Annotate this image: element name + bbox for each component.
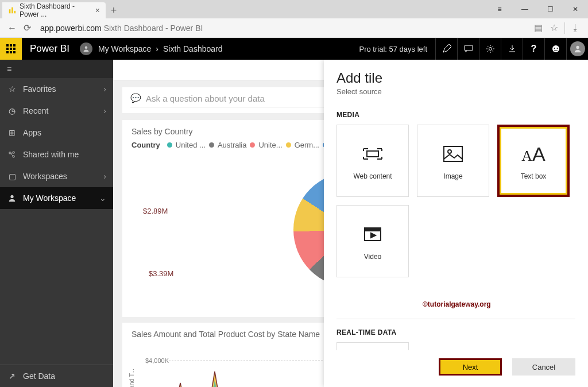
edit-icon[interactable] [435, 38, 457, 60]
browser-tab[interactable]: Sixth Dashboard - Power ... × [2, 2, 106, 18]
feedback-icon[interactable] [544, 38, 566, 60]
chevron-right-icon: › [103, 106, 106, 115]
sidebar-item-recent[interactable]: ◷ Recent › [0, 100, 113, 122]
sidebar-item-label: Shared with me [23, 150, 79, 159]
sidebar-item-label: Workspaces [23, 172, 67, 181]
sidebar: ≡ ☆ Favorites › ◷ Recent › ⊞ Apps Shared… [0, 60, 113, 387]
back-button[interactable]: ← [5, 21, 20, 36]
svg-rect-14 [367, 151, 378, 157]
address-bar: ← ⟳ app.powerbi.com Sixth Dashboard - Po… [0, 18, 588, 38]
url-path: Sixth Dashboard - Power BI [104, 24, 203, 33]
browser-tab-strip: Sixth Dashboard - Power ... × + ≡ — ☐ ✕ [0, 0, 588, 18]
app-topbar: Power BI My Workspace › Sixth Dashboard … [0, 38, 588, 60]
reader-icon[interactable]: ▤ [530, 20, 546, 36]
sidebar-item-label: Favorites [23, 84, 56, 94]
svg-point-5 [489, 48, 492, 51]
sidebar-item-label: Get Data [23, 371, 55, 381]
sidebar-item-shared[interactable]: Shared with me [0, 144, 113, 165]
chat-icon: 💬 [130, 93, 141, 103]
chart-icon [8, 6, 16, 14]
qna-placeholder: Ask a question about your data [146, 94, 265, 103]
collapse-sidebar-button[interactable]: ≡ [0, 60, 113, 78]
sidebar-item-apps[interactable]: ⊞ Apps [0, 122, 113, 144]
svg-point-9 [576, 46, 579, 49]
new-tab-button[interactable]: + [106, 2, 122, 18]
svg-point-8 [556, 48, 558, 49]
section-media-label: MEDIA [336, 111, 575, 119]
tile-text-box[interactable]: AA Text box [497, 125, 570, 197]
tile-label: Text box [521, 172, 547, 180]
star-icon: ☆ [7, 84, 17, 94]
cancel-button[interactable]: Cancel [512, 358, 575, 376]
pie-label: $3.39M [149, 269, 173, 278]
avatar[interactable] [566, 38, 588, 60]
tile-label: Web content [353, 172, 392, 180]
svg-point-7 [554, 48, 555, 49]
svg-rect-0 [9, 9, 11, 13]
breadcrumb-workspace[interactable]: My Workspace [98, 44, 151, 53]
panel-title: Add tile [336, 70, 575, 86]
web-content-icon [361, 141, 384, 167]
share-icon [7, 150, 17, 158]
tile-label: Video [364, 253, 381, 261]
tile-label: Image [443, 172, 462, 180]
breadcrumb-dashboard[interactable]: Sixth Dashboard [163, 44, 223, 53]
download-icon[interactable]: ⭳ [567, 20, 583, 36]
sidebar-item-label: My Workspace [23, 194, 76, 203]
pro-trial-label: Pro trial: 57 days left [359, 45, 436, 53]
panel-subtitle: Select source [336, 87, 575, 96]
chevron-down-icon: ⌄ [99, 194, 106, 203]
sidebar-item-favorites[interactable]: ☆ Favorites › [0, 78, 113, 100]
waffle-button[interactable] [0, 38, 22, 60]
sidebar-item-my-workspace[interactable]: My Workspace ⌄ [0, 187, 113, 209]
tab-title: Sixth Dashboard - Power ... [20, 2, 95, 18]
svg-rect-18 [365, 228, 381, 231]
svg-point-10 [9, 152, 11, 154]
sidebar-item-workspaces[interactable]: ▢ Workspaces › [0, 165, 113, 187]
gear-icon[interactable] [479, 38, 501, 60]
comment-icon[interactable] [457, 38, 479, 60]
user-icon [7, 194, 17, 202]
svg-rect-15 [444, 146, 462, 161]
maximize-icon[interactable]: ☐ [537, 0, 563, 18]
star-icon[interactable]: ☆ [546, 20, 562, 36]
svg-point-16 [448, 150, 451, 153]
tile-realtime[interactable] [336, 342, 409, 350]
help-icon[interactable]: ? [523, 38, 544, 60]
clock-icon: ◷ [7, 106, 17, 115]
apps-icon: ⊞ [7, 128, 17, 137]
get-data-icon: ↗ [7, 371, 17, 381]
image-icon [442, 141, 465, 167]
brand-label: Power BI [30, 43, 69, 55]
url-field[interactable]: app.powerbi.com Sixth Dashboard - Power … [34, 24, 530, 33]
close-window-icon[interactable]: ✕ [563, 0, 588, 18]
next-button[interactable]: Next [439, 358, 502, 376]
svg-rect-4 [465, 45, 473, 51]
close-icon[interactable]: × [95, 6, 100, 15]
breadcrumb: My Workspace › Sixth Dashboard [98, 44, 223, 53]
y-tick: $4,000K [145, 357, 169, 364]
chevron-right-icon: › [103, 84, 106, 94]
workspaces-icon: ▢ [7, 172, 17, 181]
minimize-icon[interactable]: — [512, 0, 537, 18]
y-axis-label: sAmount and T... [128, 369, 135, 387]
chevron-right-icon: › [156, 44, 158, 53]
section-realtime-label: REAL-TIME DATA [336, 328, 575, 336]
sidebar-item-label: Recent [23, 106, 48, 115]
tile-web-content[interactable]: Web content [336, 125, 409, 197]
menu-icon[interactable]: ≡ [487, 0, 512, 18]
chevron-right-icon: › [103, 172, 106, 181]
video-icon [361, 222, 384, 247]
sidebar-get-data[interactable]: ↗ Get Data [0, 365, 113, 387]
user-icon [80, 42, 92, 55]
svg-point-3 [85, 47, 88, 49]
svg-rect-2 [14, 11, 16, 13]
pie-label: $2.89M [143, 207, 168, 215]
tile-video[interactable]: Video [336, 205, 409, 277]
svg-point-6 [552, 45, 559, 52]
reload-button[interactable]: ⟳ [20, 21, 34, 36]
svg-rect-1 [11, 7, 13, 14]
download-top-icon[interactable] [501, 38, 523, 60]
svg-point-13 [10, 195, 13, 198]
tile-image[interactable]: Image [417, 125, 489, 197]
